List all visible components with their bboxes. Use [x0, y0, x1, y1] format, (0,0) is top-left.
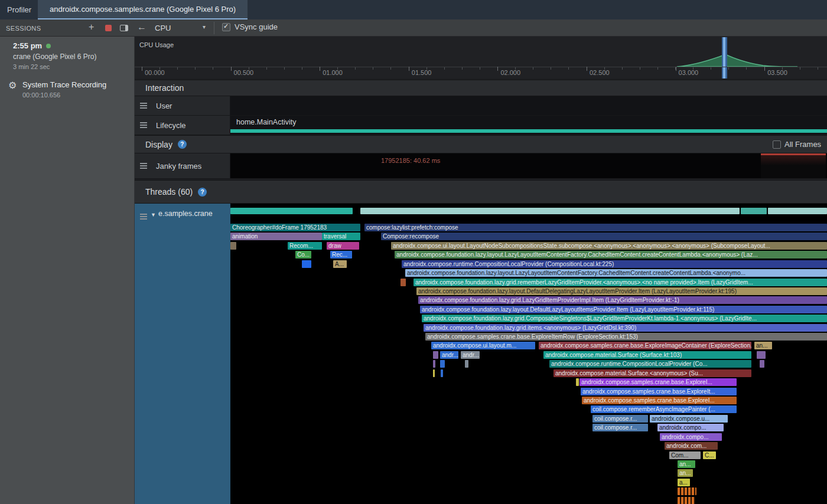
flame-span[interactable]: andr... — [440, 351, 458, 359]
flame-span[interactable]: androidx.compose.foundation.lazy.grid.it… — [424, 324, 827, 332]
timeline-ruler: 00.00000.50001.00001.50002.00002.50003.0… — [135, 37, 827, 78]
flame-span[interactable]: androidx.compose.foundation.lazy.grid.Co… — [422, 315, 827, 322]
flame-span[interactable]: Recom... — [288, 242, 322, 250]
flame-span[interactable]: androidx.compose.foundation.lazy.layout.… — [420, 306, 827, 313]
flame-span[interactable] — [433, 369, 435, 377]
flame-span[interactable]: androidx.compose.samples.crane.base.Expl… — [582, 397, 737, 404]
flame-span[interactable] — [230, 242, 236, 250]
flame-span[interactable]: androidx.compose.material.Surface.<anony… — [553, 369, 751, 377]
flame-span[interactable]: animation — [230, 233, 322, 240]
flame-span[interactable]: androidx.compose.samples.crane.base.Expl… — [581, 388, 737, 395]
flame-span[interactable] — [441, 369, 443, 377]
user-track-row: User — [135, 96, 827, 116]
flame-span[interactable] — [741, 208, 767, 214]
flame-span[interactable]: androidx.compose.material.Surface (Surfa… — [543, 351, 751, 359]
flame-span[interactable] — [757, 351, 766, 359]
flame-span[interactable]: androidx.compose.ui.layout.LayoutNodeSub… — [391, 242, 827, 250]
drag-handle-icon[interactable] — [140, 122, 147, 128]
flame-span[interactable]: androidx.compo... — [657, 424, 724, 431]
flame-span[interactable]: Rec... — [330, 251, 352, 258]
flame-span[interactable]: androidx.compose.ui.layout.m... — [431, 342, 535, 349]
add-session-icon[interactable]: + — [89, 22, 94, 32]
flame-span[interactable]: A... — [333, 260, 347, 268]
flame-span[interactable] — [678, 487, 696, 495]
flame-span[interactable]: Com... — [669, 451, 701, 459]
sessions-panel-title: SESSIONS — [6, 25, 41, 32]
flame-span[interactable]: Co... — [295, 251, 311, 258]
drag-handle-icon[interactable] — [140, 214, 147, 220]
flame-span[interactable]: androidx.compose.foundation.lazy.layout.… — [416, 287, 827, 295]
flame-span[interactable]: andr... — [461, 351, 480, 359]
janky-frames-track[interactable]: 17952185: 40.62 ms — [230, 153, 827, 179]
help-icon[interactable]: ? — [198, 188, 207, 197]
session-tab[interactable]: androidx.compose.samples.crane (Google P… — [38, 0, 248, 19]
flame-span[interactable]: compose:lazylist:prefetch:compose — [364, 224, 827, 231]
flame-span[interactable] — [768, 208, 827, 214]
flame-span[interactable] — [433, 351, 438, 359]
flame-span[interactable]: androidx.compo... — [660, 433, 722, 441]
flame-span[interactable]: an... — [678, 469, 693, 477]
flame-span[interactable]: C... — [703, 451, 716, 459]
flame-span[interactable]: androidx.compose.foundation.lazy.layout.… — [405, 269, 827, 277]
chevron-expand-icon[interactable]: ▼ — [151, 212, 156, 218]
flame-span[interactable] — [302, 260, 311, 268]
flame-span[interactable]: coil.compose.r... — [592, 415, 648, 423]
flame-span[interactable]: androidx.com... — [665, 442, 718, 450]
thread-row-selected[interactable]: ▼ e.samples.crane — [135, 204, 230, 504]
flame-span[interactable]: androidx.compose.foundation.lazy.grid.re… — [414, 279, 827, 286]
flame-span[interactable] — [230, 208, 353, 214]
vsync-guide-toggle[interactable]: ✓ VSync guide — [222, 22, 278, 31]
lifecycle-track-label[interactable]: Lifecycle — [135, 116, 230, 135]
flame-span[interactable]: Compose:recompose — [381, 233, 827, 240]
flame-span[interactable]: Choreographer#doFrame 17952183 — [230, 224, 360, 231]
flame-span[interactable] — [576, 378, 579, 386]
flame-span[interactable]: an... — [678, 460, 695, 468]
recording-entry[interactable]: ⚙ System Trace Recording 00:00:10.656 — [0, 77, 135, 104]
all-frames-checkbox[interactable] — [773, 140, 781, 149]
flame-span[interactable]: androidx.compose.runtime.CompositionLoca… — [402, 260, 827, 268]
janky-frame-bar[interactable] — [761, 153, 826, 178]
help-icon[interactable]: ? — [178, 140, 187, 149]
flame-span[interactable]: androidx.compose.samples.crane.base.Expl… — [579, 378, 737, 386]
collapse-panel-icon[interactable] — [120, 25, 128, 31]
system-trace-icon: ⚙ — [8, 80, 17, 91]
janky-frames-label-cell[interactable]: Janky frames — [135, 153, 230, 179]
flame-span[interactable]: an... — [754, 342, 772, 349]
janky-frame-tooltip: 17952185: 40.62 ms — [381, 157, 440, 164]
stop-recording-icon[interactable] — [105, 25, 112, 31]
flame-span[interactable]: androidx.compose.samples.crane.base.Expl… — [539, 342, 751, 349]
flame-chart[interactable]: Choreographer#doFrame 17952183compose:la… — [230, 204, 827, 504]
flame-span[interactable]: traversal — [322, 233, 360, 240]
drag-handle-icon[interactable] — [140, 103, 147, 109]
flame-span[interactable]: androidx.compose.u... — [650, 415, 728, 423]
flame-span[interactable] — [678, 497, 695, 504]
flame-span[interactable]: a... — [678, 479, 690, 486]
flame-span[interactable] — [401, 279, 406, 286]
flame-span[interactable]: draw — [327, 242, 359, 250]
profiler-main: CPU Usage 00.00000.50001.00001.50002.000… — [135, 37, 827, 504]
user-track-area[interactable] — [230, 96, 827, 116]
flame-span[interactable]: coil.compose.r... — [592, 424, 648, 431]
cpu-usage-track[interactable]: CPU Usage 00.00000.50001.00001.50002.000… — [135, 37, 827, 78]
flame-span[interactable] — [760, 360, 764, 368]
profiler-type-dropdown[interactable]: CPU ▾ — [155, 22, 210, 34]
lifecycle-event-bar[interactable] — [230, 129, 827, 133]
flame-span[interactable]: androidx.compose.samples.crane.base.Expl… — [425, 333, 827, 341]
recording-title: System Trace Recording — [22, 80, 106, 89]
session-tab-label: androidx.compose.samples.crane (Google P… — [50, 5, 236, 14]
flame-span[interactable]: androidx.compose.foundation.lazy.layout.… — [395, 251, 827, 258]
flame-span[interactable] — [433, 360, 435, 368]
back-arrow-icon[interactable]: ← — [137, 22, 146, 32]
lifecycle-track-area[interactable]: home.MainActivity — [230, 116, 827, 135]
flame-span[interactable]: androidx.compose.runtime.CompositionLoca… — [549, 360, 751, 368]
vsync-checkbox[interactable]: ✓ — [222, 23, 230, 31]
flame-span[interactable] — [440, 360, 445, 368]
session-entry[interactable]: 2:55 pm crane (Google Pixel 6 Pro) 3 min… — [0, 37, 135, 76]
flame-span[interactable]: coil.compose.rememberAsyncImagePainter (… — [591, 405, 737, 413]
flame-span[interactable] — [465, 360, 468, 368]
flame-span[interactable] — [360, 208, 740, 214]
flame-span[interactable]: androidx.compose.foundation.lazy.grid.La… — [418, 296, 827, 304]
drag-handle-icon[interactable] — [140, 163, 147, 169]
user-track-label[interactable]: User — [135, 96, 230, 116]
all-frames-toggle[interactable]: All Frames — [773, 136, 827, 153]
